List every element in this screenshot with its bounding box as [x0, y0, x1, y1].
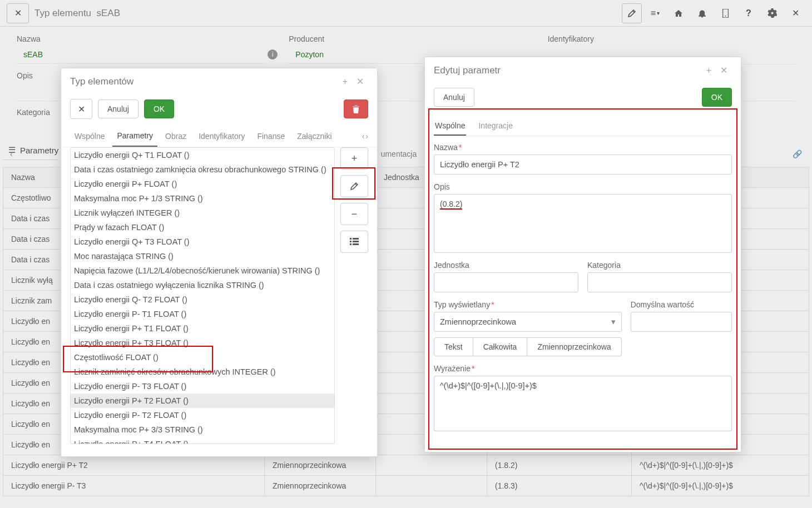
- add-icon[interactable]: +: [702, 63, 716, 78]
- field-opis: Opis (0.8.2): [434, 182, 732, 253]
- list-item[interactable]: Maksymalna moc P+ 3/3 STRING (): [71, 422, 334, 437]
- close-icon[interactable]: ✕: [352, 74, 368, 89]
- opis-textarea[interactable]: (0.8.2): [434, 194, 732, 253]
- nazwa-label: Nazwa: [434, 143, 458, 152]
- dialog-types-tabs: Wspólne Parametry Obraz Identyfikatory F…: [61, 126, 377, 147]
- field-nazwa: Nazwa*: [434, 143, 732, 175]
- close-icon[interactable]: ✕: [716, 63, 732, 78]
- field-jednostka: Jednostka: [434, 261, 578, 292]
- tab-parametry[interactable]: Parametry: [112, 126, 157, 147]
- tab-identyfikatory[interactable]: Identyfikatory: [194, 126, 249, 146]
- jednostka-input[interactable]: [434, 272, 578, 292]
- kategoria-label: Kategoria: [587, 261, 732, 270]
- list-item[interactable]: Liczydło energii P+ FLOAT (): [71, 177, 334, 191]
- list-item[interactable]: Licznik wyłączeń INTEGER (): [71, 206, 334, 220]
- jednostka-label: Jednostka: [434, 261, 578, 270]
- list-item[interactable]: Napięcia fazowe (L1/L2/L4/obecność/kieru…: [71, 263, 334, 278]
- tab-zalaczniki[interactable]: Załączniki: [293, 126, 336, 146]
- list-view-button[interactable]: [340, 231, 368, 253]
- delete-button[interactable]: [344, 99, 368, 118]
- dialog-param-toolbar: Anuluj OK: [425, 83, 741, 113]
- field-wyrazenie: Wyrażenie*: [434, 364, 732, 433]
- nazwa-input[interactable]: [434, 155, 732, 175]
- list-item[interactable]: Liczydło energii P+ T1 FLOAT (): [71, 321, 334, 336]
- field-domyslna: Domyślna wartość: [631, 300, 732, 356]
- dialog-types-header: Typ elementów + ✕: [61, 68, 377, 94]
- type-calkowita-button[interactable]: Całkowita: [473, 337, 528, 356]
- edit-item-button[interactable]: [340, 175, 368, 197]
- list-item[interactable]: Liczydło energii Q+ T3 FLOAT (): [71, 235, 334, 249]
- add-item-button[interactable]: +: [340, 147, 368, 170]
- list-side-buttons: + −: [340, 147, 368, 444]
- dialog-param-header: Edytuj parametr + ✕: [425, 57, 741, 83]
- type-zmiennoprzecinkowa-button[interactable]: Zmiennoprzecinkowa: [527, 337, 621, 356]
- chevron-right-icon[interactable]: ›: [365, 132, 368, 141]
- field-typ-wyswietlany: Typ wyświetlany* Zmiennoprzecinkowa ▾ Te…: [434, 300, 622, 356]
- kategoria-input[interactable]: [587, 272, 732, 292]
- dialog-element-types: Typ elementów + ✕ ✕ Anuluj OK Wspólne Pa…: [61, 68, 378, 457]
- add-icon[interactable]: +: [338, 74, 352, 89]
- opis-value: (0.8.2): [440, 200, 462, 210]
- chevron-left-icon[interactable]: ‹: [362, 132, 365, 141]
- chevron-down-icon: ▾: [611, 317, 616, 326]
- tab-finanse[interactable]: Finanse: [252, 126, 289, 146]
- list-item[interactable]: Liczydło energii P- T3 FLOAT (): [71, 379, 334, 394]
- ok-button[interactable]: OK: [144, 99, 174, 118]
- list-item[interactable]: Liczydło energii P+ T3 FLOAT (): [71, 336, 334, 350]
- list-item[interactable]: Licznik zamknięć okresów obrachunkowych …: [71, 365, 334, 379]
- typ-wys-label: Typ wyświetlany: [434, 300, 490, 309]
- dialog-types-toolbar: ✕ Anuluj OK: [61, 94, 377, 126]
- dialog-param-body: Wspólne Integracje Nazwa* Opis (0.8.2) J…: [425, 113, 741, 452]
- dialog-types-title: Typ elementów: [70, 76, 133, 87]
- list-item[interactable]: Liczydło energii Q+ T1 FLOAT (): [71, 148, 334, 162]
- type-tekst-button[interactable]: Tekst: [434, 337, 473, 356]
- types-list[interactable]: Liczydło energii Q+ T1 FLOAT ()Data i cz…: [70, 147, 335, 444]
- cancel-button[interactable]: Anuluj: [434, 88, 474, 107]
- list-item[interactable]: Liczydło energii P- T1 FLOAT (): [71, 307, 334, 321]
- list-item[interactable]: Maksymalna moc P+ 1/3 STRING (): [71, 191, 334, 206]
- remove-item-button[interactable]: −: [340, 203, 368, 225]
- dialog-close-button[interactable]: ✕: [70, 99, 92, 119]
- opis-label: Opis: [434, 182, 732, 191]
- list-item[interactable]: Liczydło energii P- T2 FLOAT (): [71, 408, 334, 422]
- list-item[interactable]: Liczydło energii P+ T4 FLOAT (): [71, 437, 334, 444]
- list-item[interactable]: Data i czas ostatniego wyłączenia liczni…: [71, 278, 334, 292]
- type-button-group: Tekst Całkowita Zmiennoprzecinkowa: [434, 337, 622, 356]
- ok-button[interactable]: OK: [702, 88, 732, 107]
- dialog-param-title: Edytuj parametr: [434, 65, 501, 76]
- domyslna-label: Domyślna wartość: [631, 300, 732, 309]
- param-tabs: Wspólne Integracje: [434, 117, 732, 136]
- dialog-edit-param: Edytuj parametr + ✕ Anuluj OK Wspólne In…: [424, 57, 741, 452]
- domyslna-input[interactable]: [631, 312, 732, 332]
- tab-wspolne[interactable]: Wspólne: [70, 126, 109, 146]
- wyrazenie-input[interactable]: [434, 376, 732, 431]
- wyrazenie-label: Wyrażenie: [434, 364, 471, 373]
- tab-obraz[interactable]: Obraz: [161, 126, 191, 146]
- list-item[interactable]: Moc narastająca STRING (): [71, 249, 334, 263]
- cancel-button[interactable]: Anuluj: [98, 99, 138, 118]
- list-item[interactable]: Częstotliwość FLOAT (): [71, 350, 334, 365]
- tab-wspolne[interactable]: Wspólne: [434, 117, 466, 136]
- list-item[interactable]: Prądy w fazach FLOAT (): [71, 220, 334, 235]
- typ-wys-select[interactable]: Zmiennoprzecinkowa ▾: [434, 312, 622, 332]
- list-item[interactable]: Liczydło energii P+ T2 FLOAT (): [71, 394, 334, 408]
- list-item[interactable]: Data i czas ostatniego zamknięcia okresu…: [71, 162, 334, 177]
- list-item[interactable]: Liczydło energii Q- T2 FLOAT (): [71, 292, 334, 307]
- field-kategoria: Kategoria: [587, 261, 732, 292]
- tab-integracje[interactable]: Integracje: [477, 117, 513, 136]
